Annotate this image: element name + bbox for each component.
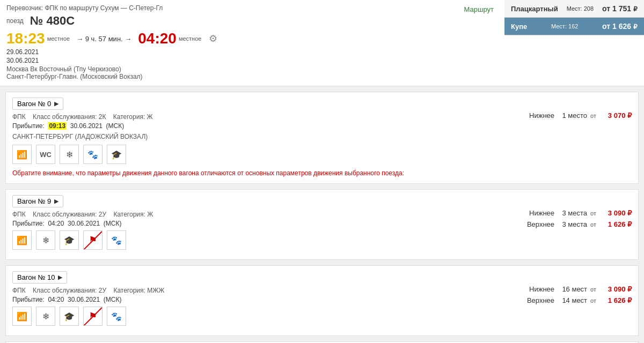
service-class: Класс обслуживания: 2У [33,287,106,294]
wagon-row: Вагон № 10 ▶ ФПК Класс обслуживания: 2У … [12,271,632,330]
arrival-tz: (МСК) [102,220,122,227]
seat-price: 1 626 ₽ [599,296,632,304]
seat-count: 16 мест [558,285,587,293]
wagon-right: Нижнее 3 места от 3 090 ₽ Верхнее 3 мест… [508,195,632,228]
service-class: Класс обслуживания: 2К [33,113,106,121]
wagon-number-label: Вагон № 10 [17,273,55,281]
platzkart-price: от 1 751 ₽ [602,4,638,13]
wagon-number-label: Вагон № 0 [17,100,51,108]
wagon-number-button[interactable]: Вагон № 10 ▶ [12,271,67,284]
category: Категория: Ж [113,113,153,121]
arrival-row: Прибытие: 09:13 30.06.2021 (МСК) [12,122,508,130]
snowflake-icon: ❄ [36,307,55,326]
arrival-date: 30.06.2021 [68,122,102,130]
arrival-time-highlight: 09:13 [48,122,67,130]
wagon-info-row: ФПК Класс обслуживания: 2У Категория: МЖ… [12,287,508,294]
chart-icon: 📶 [12,307,32,326]
wagon-number-button[interactable]: Вагон № 0 ▶ [12,98,63,110]
arrival-label: Прибытие: [12,296,45,303]
wagon-number-label: Вагон № 9 [17,197,51,205]
kupe-seats: Мест: 162 [551,23,578,29]
arrival-date: 30.06.2021 [66,220,100,227]
wagon-number-button[interactable]: Вагон № 9 ▶ [12,195,63,207]
seat-price: 1 626 ₽ [599,220,632,228]
seat-from: от [590,210,596,217]
seat-type: Нижнее [522,111,554,120]
seat-row: Нижнее 16 мест от 3 090 ₽ [508,285,632,293]
hat-icon: 🎓 [107,145,126,164]
arrival-row: Прибытие: 04:20 30.06.2021 (МСК) [12,220,508,227]
service-class: Класс обслуживания: 2У [33,211,106,218]
seat-price: 3 090 ₽ [599,209,632,217]
seat-from: от [590,297,596,304]
seat-price: 3 090 ₽ [599,285,632,293]
arrival-label: Прибытие: [12,220,45,227]
amenities-icons: 📶WC❄🐾🎓 [12,145,508,164]
chart-icon: 📶 [12,230,32,250]
wagon-info-row: ФПК Класс обслуживания: 2У Категория: Ж [12,211,508,218]
platzkart-seats: Мест: 208 [567,5,594,12]
kupe-box[interactable]: Купе Мест: 162 от 1 626 ₽ [504,18,644,35]
wagons-list: Вагон № 0 ▶ ФПК Класс обслуживания: 2К К… [5,92,639,343]
class-label: ФПК [12,211,26,218]
arrival-row: Прибытие: 04:20 30.06.2021 (МСК) [12,296,508,303]
departure-label: местное [47,35,70,42]
paw-icon: 🐾 [107,230,126,250]
seat-price: 3 070 ₽ [599,111,632,120]
wagon-card: Вагон № 0 ▶ ФПК Класс обслуживания: 2К К… [5,92,639,184]
wagon-right: Нижнее 16 мест от 3 090 ₽ Верхнее 14 мес… [508,271,632,304]
arrival-time-value: 04:20 [48,296,64,303]
seat-row: Верхнее 14 мест от 1 626 ₽ [508,296,632,304]
wagon-station: САНКТ-ПЕТЕРБУРГ (ЛАДОЖСКИЙ ВОКЗАЛ) [12,133,508,140]
seat-type: Верхнее [522,220,554,228]
seat-count: 1 место [558,111,587,120]
wagon-warning: Обратите внимание, что параметры движени… [12,168,508,178]
kupe-label: Купе [511,23,527,31]
wagon-left: Вагон № 0 ▶ ФПК Класс обслуживания: 2К К… [12,98,508,178]
train-label: поезд [6,17,24,25]
kupe-price: от 1 626 ₽ [602,22,638,31]
arrival-tz: (МСК) [104,122,124,130]
info-icon: ⚙ [209,33,217,44]
wagon-arrow-icon: ▶ [54,198,58,205]
seat-row: Нижнее 3 места от 3 090 ₽ [508,209,632,217]
seat-count: 3 места [558,220,587,228]
seat-count: 14 мест [558,296,587,304]
seat-row: Верхнее 3 места от 1 626 ₽ [508,220,632,228]
price-panel: Плацкартный Мест: 208 от 1 751 ₽ Купе Ме… [504,0,644,86]
amenities-icons: 📶❄🎓⚑🐾 [12,307,508,326]
wagon-row: Вагон № 0 ▶ ФПК Класс обслуживания: 2К К… [12,98,632,178]
arrival-label: Прибытие: [12,122,45,130]
wagon-left: Вагон № 10 ▶ ФПК Класс обслуживания: 2У … [12,271,508,330]
seat-type: Верхнее [522,296,554,304]
wagon-card: Вагон № 10 ▶ ФПК Класс обслуживания: 2У … [5,265,639,336]
paw-icon: 🐾 [83,145,103,164]
hat-icon: 🎓 [60,230,79,250]
main-content: Вагон № 0 ▶ ФПК Класс обслуживания: 2К К… [0,86,644,343]
arrival-label: местное [179,35,202,42]
wagon-arrow-icon: ▶ [58,274,62,281]
header: Перевозчик: ФПК по маршруту Сухум — С-Пе… [0,0,644,86]
snowflake-icon: ❄ [60,145,79,164]
seat-count: 3 места [558,209,587,217]
arrival-time: 04:20 [138,30,177,47]
hat-icon: 🎓 [60,307,79,326]
wagon-card: Вагон № 9 ▶ ФПК Класс обслуживания: 2У К… [5,189,639,260]
crossed-flag-icon: ⚑ [83,307,103,326]
wc-icon: WC [36,145,55,164]
seat-from: от [590,286,596,293]
route-link[interactable]: Маршрут [464,5,494,13]
arrival-time-value: 04:20 [48,220,64,227]
seat-from: от [590,113,596,119]
duration: → 9 ч. 57 мин. → [76,35,131,43]
crossed-flag-icon: ⚑ [83,230,103,250]
class-label: ФПК [12,113,26,121]
class-label: ФПК [12,287,26,294]
wagon-arrow-icon: ▶ [54,100,58,107]
seat-from: от [590,221,596,228]
wagon-left: Вагон № 9 ▶ ФПК Класс обслуживания: 2У К… [12,195,508,254]
arrival-date: 30.06.2021 [66,296,100,303]
platzkart-box[interactable]: Плацкартный Мест: 208 от 1 751 ₽ [504,0,644,18]
seat-type: Нижнее [522,285,554,293]
wagon-info-row: ФПК Класс обслуживания: 2К Категория: Ж [12,113,508,121]
